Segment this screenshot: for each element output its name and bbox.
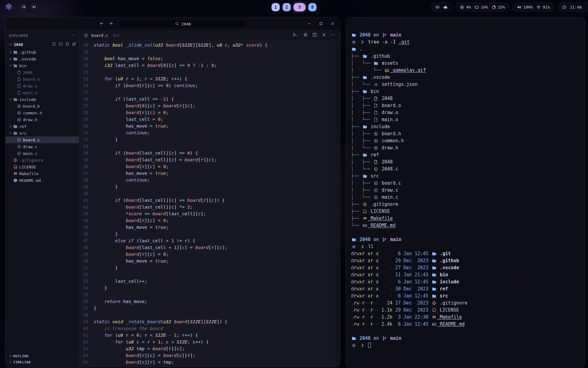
tree-item-Makefile[interactable]: MMakefile <box>6 170 79 177</box>
editor-action-play[interactable] <box>292 33 299 38</box>
code-line-33[interactable]: 33 <box>79 143 340 150</box>
code-line-22[interactable]: 22 <box>79 69 340 75</box>
tree-item-main.c[interactable]: Cmain.c <box>6 150 79 157</box>
code-line-61[interactable]: 61 for (u8 r = 0; r < SIZE - 1; r++) { <box>79 332 340 339</box>
terminal-content[interactable]: 2048 on main tree -a -I .git .├── .githu… <box>346 17 585 349</box>
code-line-49[interactable]: 49 board[r][c] = 0; <box>79 251 340 258</box>
tree-item-README.md[interactable]: iREADME.md <box>6 177 79 184</box>
code-line-56[interactable]: 56 return has_move; <box>79 298 340 305</box>
code-line-19[interactable]: 19 <box>79 48 340 55</box>
tree-item-draw.o[interactable]: draw.o <box>6 82 79 89</box>
code-line-45[interactable]: 45 has_move = true; <box>79 224 340 231</box>
code-line-27[interactable]: 27 board[0][c] = board[r][c]; <box>79 102 340 109</box>
code-line-26[interactable]: 26 if (last_cell == -1) { <box>79 96 340 102</box>
editor-action-close[interactable] <box>322 33 326 38</box>
code-line-23[interactable]: 23 for (u8 r = 1; r < SIZE; r++) { <box>79 75 340 82</box>
code-line-35[interactable]: 35 board[last_cell][c] = board[r][c]; <box>79 156 340 163</box>
tree-item-main.o[interactable]: main.o <box>6 89 79 96</box>
new-file-button[interactable] <box>52 42 56 47</box>
code-line-44[interactable]: 44 board[r][c] = 0; <box>79 217 340 224</box>
workspace-8[interactable]: 8 <box>308 3 317 11</box>
tab-board.c[interactable]: C board.c src <box>83 33 120 38</box>
code-line-50[interactable]: 50 has_move = true; <box>79 258 340 264</box>
code-line-18[interactable]: 18static bool _slide_col(u32 board[SIZE]… <box>79 42 340 48</box>
code-line-24[interactable]: 24 if (board[r][c] == 0) continue; <box>79 82 340 89</box>
code-line-42[interactable]: 42 board[last_cell][c] *= 2; <box>79 204 340 210</box>
tree-item-include[interactable]: include <box>6 96 79 103</box>
code-line-55[interactable]: 55 <box>79 291 340 298</box>
refresh-button[interactable] <box>65 42 70 47</box>
editor-action-more[interactable] <box>331 33 335 38</box>
tree-item-board.o[interactable]: board.o <box>6 76 79 82</box>
close-button[interactable] <box>330 21 335 27</box>
code-line-51[interactable]: 51 } <box>79 264 340 271</box>
outline-section[interactable]: OUTLINE <box>6 353 79 359</box>
code-line-64[interactable]: 64 board[r][c] = board[c][r]; <box>79 352 340 359</box>
new-folder-button[interactable] <box>59 42 63 47</box>
editor-titlebar[interactable]: 2048 <box>6 17 340 30</box>
tree-item-.gitignore[interactable]: .gitignore <box>6 157 79 163</box>
code-line-65[interactable]: 65 board[c][r] = tmp; <box>79 359 340 366</box>
tree-item-.vscode[interactable]: .vscode <box>6 56 79 62</box>
workspace-3[interactable]: 3 <box>294 3 306 11</box>
nav-forward-button[interactable] <box>109 21 113 27</box>
code-line-40[interactable]: 40 <box>79 190 340 197</box>
code-line-59[interactable]: 59static void _rotate_board(u32 board[SI… <box>79 318 340 325</box>
code-line-36[interactable]: 36 board[r][c] = 0; <box>79 163 340 170</box>
code-line-57[interactable]: 57} <box>79 305 340 312</box>
tree-item-ref[interactable]: ref <box>6 123 79 130</box>
code-line-37[interactable]: 37 has_move = true; <box>79 170 340 177</box>
nav-back-button[interactable] <box>99 21 104 27</box>
workspace-1[interactable]: 1 <box>272 3 280 11</box>
tree-item-board.c[interactable]: Cboard.c <box>6 136 79 143</box>
code-line-46[interactable]: 46 } <box>79 231 340 237</box>
weather-widget[interactable] <box>431 2 452 12</box>
audio-network-widget[interactable]: 100%91% <box>512 2 555 12</box>
tree-item-2048[interactable]: 2048 <box>6 69 79 76</box>
code-line-63[interactable]: 63 u32 tmp = board[r][c]; <box>79 345 340 352</box>
explorer-more-button[interactable] <box>71 33 75 38</box>
tree-item-src[interactable]: src <box>6 130 79 136</box>
code-line-54[interactable]: 54 } <box>79 285 340 291</box>
code-line-28[interactable]: 28 board[r][c] = 0; <box>79 109 340 116</box>
code-line-47[interactable]: 47 else if (last_cell + 1 != r) { <box>79 237 340 244</box>
system-stats-widget[interactable]: 4%16%25% <box>455 2 510 12</box>
code-line-32[interactable]: 32 } <box>79 136 340 143</box>
code-line-39[interactable]: 39 } <box>79 183 340 190</box>
code-line-31[interactable]: 31 continue; <box>79 129 340 136</box>
code-line-21[interactable]: 21 i32 last_cell = board[0][c] == 0 ? -1… <box>79 62 340 69</box>
media-next-button[interactable] <box>30 3 38 11</box>
code-line-48[interactable]: 48 board[last_cell + 1][c] = board[r][c]… <box>79 244 340 251</box>
project-section-header[interactable]: 2048 <box>6 41 79 48</box>
tree-item-draw.h[interactable]: hdraw.h <box>6 116 79 123</box>
code-line-60[interactable]: 60 // transpose the board <box>79 325 340 332</box>
code-line-53[interactable]: 53 last_cell++; <box>79 278 340 285</box>
code-line-38[interactable]: 38 continue; <box>79 177 340 183</box>
tree-item-board.h[interactable]: hboard.h <box>6 103 79 109</box>
code-line-52[interactable]: 52 <box>79 271 340 278</box>
timeline-section[interactable]: TIMELINE <box>6 359 79 365</box>
editor-action-gear[interactable] <box>303 33 308 38</box>
minimize-button[interactable] <box>307 21 311 27</box>
command-center-search[interactable]: 2048 <box>118 20 247 28</box>
tree-item-draw.c[interactable]: Cdraw.c <box>6 143 79 150</box>
code-line-43[interactable]: 43 *score += board[last_cell][c]; <box>79 210 340 217</box>
code-line-30[interactable]: 30 has_move = true; <box>79 123 340 129</box>
code-line-25[interactable]: 25 <box>79 89 340 96</box>
tree-item-LICENSE[interactable]: LICENSE <box>6 163 79 170</box>
workspace-2[interactable]: 2 <box>283 3 291 11</box>
launcher-button[interactable] <box>4 2 13 12</box>
code-line-62[interactable]: 62 for (u8 c = r + 1; c < SIZE; c++) { <box>79 339 340 345</box>
media-previous-button[interactable] <box>20 3 28 11</box>
tree-item-common.h[interactable]: hcommon.h <box>6 109 79 116</box>
code-line-41[interactable]: 41 if (board[last_cell][c] == board[r][c… <box>79 197 340 204</box>
tree-item-bin[interactable]: bin <box>6 62 79 69</box>
code-line-29[interactable]: 29 last_cell = 0; <box>79 116 340 123</box>
clock-widget[interactable]: 21:46 <box>557 2 588 12</box>
maximize-button[interactable] <box>319 21 323 27</box>
code-editor[interactable]: 18static bool _slide_col(u32 board[SIZE]… <box>79 41 340 367</box>
editor-action-split[interactable] <box>312 33 317 38</box>
code-line-20[interactable]: 20 bool has_move = false; <box>79 55 340 62</box>
collapse-all-button[interactable] <box>72 42 76 47</box>
code-line-58[interactable]: 58 <box>79 312 340 318</box>
